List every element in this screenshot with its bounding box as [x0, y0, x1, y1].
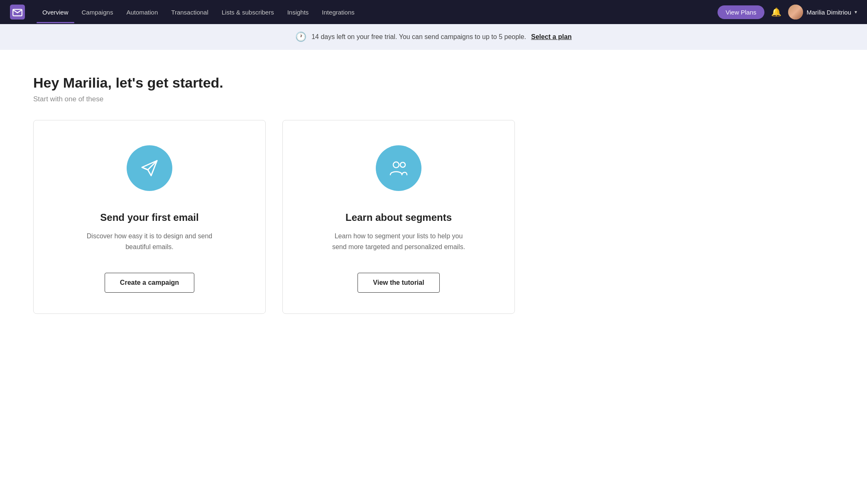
learn-segments-card: Learn about segments Learn how to segmen…: [282, 120, 515, 314]
nav-item-integrations[interactable]: Integrations: [316, 5, 360, 19]
nav-item-transactional[interactable]: Transactional: [165, 5, 214, 19]
create-campaign-button[interactable]: Create a campaign: [105, 273, 194, 293]
card-title-email: Send your first email: [100, 212, 198, 223]
card-desc-email: Discover how easy it is to design and se…: [79, 231, 220, 252]
user-name: Marilia Dimitriou: [806, 9, 851, 16]
select-plan-link[interactable]: Select a plan: [531, 33, 572, 41]
greeting-heading: Hey Marilia, let's get started.: [33, 75, 548, 91]
paper-plane-icon-circle: [127, 145, 172, 191]
send-email-card: Send your first email Discover how easy …: [33, 120, 266, 314]
nav-right: View Plans 🔔 Marilia Dimitriou ▾: [718, 5, 857, 20]
avatar: [788, 5, 803, 20]
view-plans-button[interactable]: View Plans: [718, 5, 765, 19]
cards-row: Send your first email Discover how easy …: [33, 120, 548, 314]
nav-item-insights[interactable]: Insights: [282, 5, 315, 19]
user-menu[interactable]: Marilia Dimitriou ▾: [788, 5, 857, 20]
svg-point-3: [400, 162, 405, 167]
bell-icon[interactable]: 🔔: [771, 7, 781, 17]
logo[interactable]: [10, 5, 25, 20]
people-icon-circle: [376, 145, 421, 191]
nav-item-automation[interactable]: Automation: [120, 5, 164, 19]
trial-banner: 🕐 14 days left on your free trial. You c…: [0, 24, 867, 50]
nav-item-overview[interactable]: Overview: [37, 5, 74, 19]
subtitle-text: Start with one of these: [33, 95, 548, 103]
nav-item-lists-subscribers[interactable]: Lists & subscribers: [216, 5, 280, 19]
paper-plane-icon: [139, 157, 160, 179]
view-tutorial-button[interactable]: View the tutorial: [358, 273, 439, 293]
nav-item-campaigns[interactable]: Campaigns: [76, 5, 119, 19]
main-content: Hey Marilia, let's get started. Start wi…: [0, 50, 581, 330]
svg-rect-0: [10, 5, 25, 20]
chevron-down-icon: ▾: [855, 9, 857, 15]
trial-text: 14 days left on your free trial. You can…: [311, 33, 526, 41]
people-icon: [388, 157, 409, 179]
navbar: Overview Campaigns Automation Transactio…: [0, 0, 867, 24]
clock-icon: 🕐: [295, 32, 306, 42]
svg-point-2: [393, 162, 399, 168]
nav-links: Overview Campaigns Automation Transactio…: [37, 5, 718, 19]
card-desc-segments: Learn how to segment your lists to help …: [328, 231, 469, 252]
card-title-segments: Learn about segments: [345, 212, 452, 223]
